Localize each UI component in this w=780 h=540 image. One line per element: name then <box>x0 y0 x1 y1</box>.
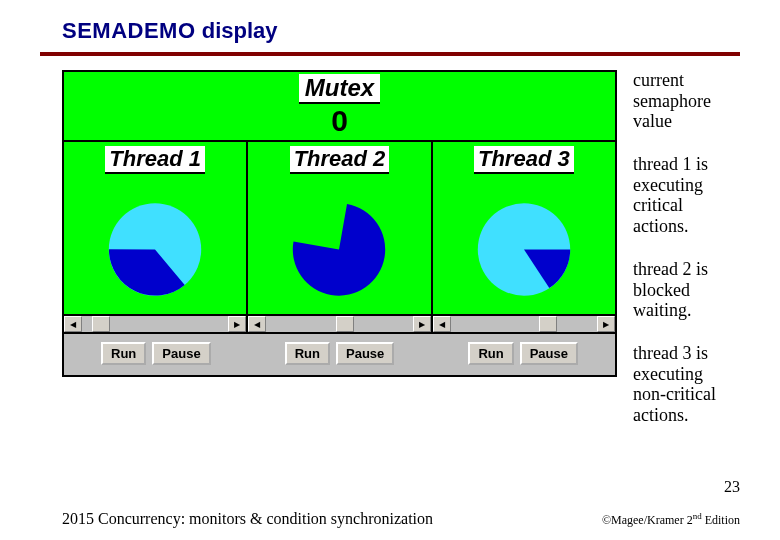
scroll-thumb[interactable] <box>92 316 110 332</box>
copyright: ©Magee/Kramer 2nd Edition <box>602 511 740 528</box>
mutex-panel: Mutex 0 <box>64 72 615 142</box>
scroll-left-icon[interactable]: ◀ <box>248 316 266 332</box>
page-number: 23 <box>724 478 740 496</box>
pause-button[interactable]: Pause <box>152 342 210 365</box>
footer-text: 2015 Concurrency: monitors & condition s… <box>62 510 433 528</box>
annotation-thread3: thread 3 is executing non-critical actio… <box>633 343 740 426</box>
thread-title: Thread 1 <box>105 146 205 174</box>
title-rule <box>40 52 740 56</box>
pause-button[interactable]: Pause <box>520 342 578 365</box>
scroll-right-icon[interactable]: ▶ <box>597 316 615 332</box>
rotator-icon <box>248 174 430 314</box>
scroll-track[interactable] <box>82 316 228 332</box>
slide-title: SEMADEMO display <box>0 0 780 50</box>
demo-window: Mutex 0 Thread 1 ◀ ▶ <box>62 70 617 377</box>
run-button[interactable]: Run <box>468 342 513 365</box>
run-button[interactable]: Run <box>285 342 330 365</box>
rotator-icon <box>64 174 246 314</box>
annotations: current semaphore value thread 1 is exec… <box>633 70 740 426</box>
copyright-suf: nd <box>693 511 702 521</box>
copyright-pre: ©Magee/Kramer <box>602 513 687 527</box>
title-word: display <box>202 18 278 43</box>
thread-title: Thread 3 <box>474 146 574 174</box>
run-button[interactable]: Run <box>101 342 146 365</box>
thread-panel-1: Thread 1 ◀ ▶ <box>64 142 248 332</box>
scroll-left-icon[interactable]: ◀ <box>64 316 82 332</box>
annotation-thread2: thread 2 is blocked waiting. <box>633 259 740 321</box>
scroll-right-icon[interactable]: ▶ <box>228 316 246 332</box>
scroll-thumb[interactable] <box>539 316 557 332</box>
rotator-icon <box>433 174 615 314</box>
thread-scrollbar[interactable]: ◀ ▶ <box>64 314 246 332</box>
mutex-value: 0 <box>64 106 615 136</box>
annotation-mutex: current semaphore value <box>633 70 740 132</box>
scroll-thumb[interactable] <box>336 316 354 332</box>
button-bar: Run Pause Run Pause Run Pause <box>64 332 615 375</box>
mutex-title: Mutex <box>299 74 380 104</box>
scroll-track[interactable] <box>451 316 597 332</box>
thread-title: Thread 2 <box>290 146 390 174</box>
scroll-track[interactable] <box>266 316 412 332</box>
threads-row: Thread 1 ◀ ▶ Thread 2 <box>64 142 615 332</box>
copyright-post: Edition <box>702 513 740 527</box>
thread-panel-2: Thread 2 ◀ ▶ <box>248 142 432 332</box>
pause-button[interactable]: Pause <box>336 342 394 365</box>
thread-panel-3: Thread 3 ◀ ▶ <box>433 142 615 332</box>
thread-scrollbar[interactable]: ◀ ▶ <box>433 314 615 332</box>
program-name: SEMADEMO <box>62 18 196 43</box>
annotation-thread1: thread 1 is executing critical actions. <box>633 154 740 237</box>
scroll-right-icon[interactable]: ▶ <box>413 316 431 332</box>
thread-scrollbar[interactable]: ◀ ▶ <box>248 314 430 332</box>
scroll-left-icon[interactable]: ◀ <box>433 316 451 332</box>
